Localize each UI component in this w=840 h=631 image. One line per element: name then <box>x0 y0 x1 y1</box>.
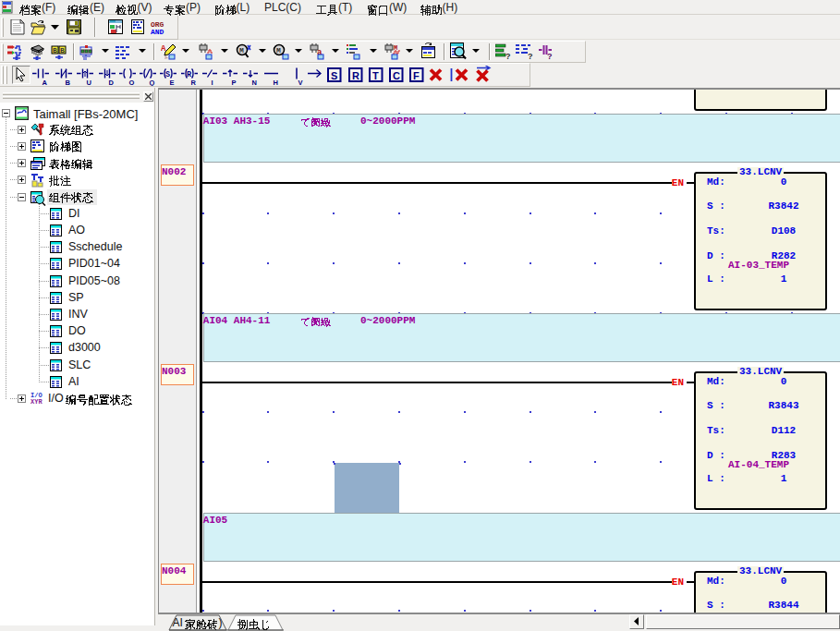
svg-text:B: B <box>65 79 70 86</box>
svg-text:P: P <box>231 79 236 86</box>
svg-text:R: R <box>352 69 359 80</box>
svg-text:R: R <box>190 79 196 86</box>
svg-text:I: I <box>212 79 213 86</box>
svg-text:O: O <box>129 79 135 86</box>
svg-text:?: ? <box>505 52 511 60</box>
svg-text:H: H <box>273 79 277 86</box>
svg-text:M: M <box>276 46 281 55</box>
svg-text:C: C <box>393 69 400 80</box>
svg-text:?: ? <box>528 52 533 60</box>
svg-text:A: A <box>42 79 47 86</box>
svg-text:B: B <box>53 46 57 55</box>
svg-text:?: ? <box>547 52 553 60</box>
svg-text:N: N <box>251 79 256 86</box>
svg-text:T: T <box>372 69 379 80</box>
svg-text:U: U <box>86 79 91 86</box>
svg-text:Q: Q <box>149 79 154 86</box>
svg-text:V: V <box>298 79 302 86</box>
svg-text:S: S <box>331 69 337 80</box>
svg-text:B: B <box>60 46 65 55</box>
svg-text:M: M <box>239 46 244 55</box>
svg-text:D: D <box>108 79 114 86</box>
svg-text:E: E <box>170 79 175 86</box>
svg-text:F: F <box>413 69 420 80</box>
